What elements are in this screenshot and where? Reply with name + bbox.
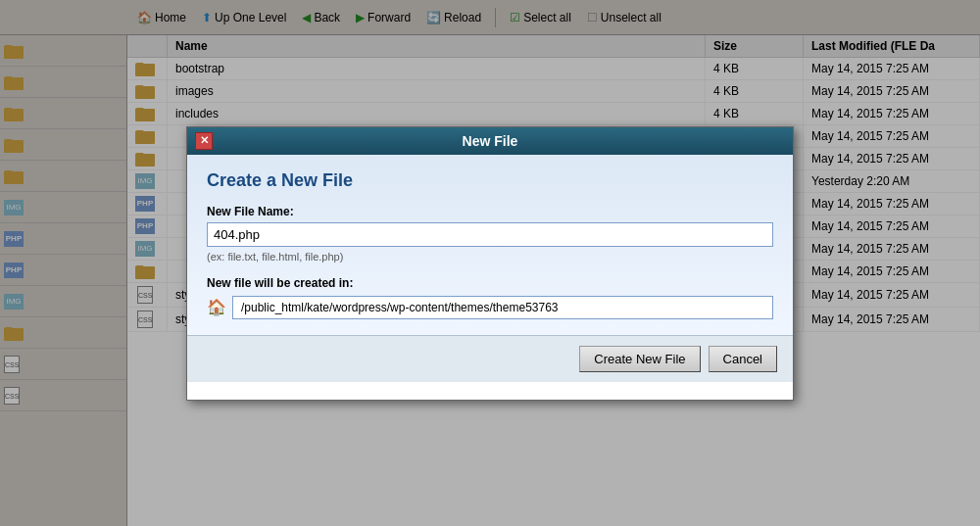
filename-label: New File Name: [207, 205, 773, 218]
location-label: New file will be created in: [207, 276, 773, 290]
modal-titlebar: ✕ New File [187, 127, 793, 155]
modal-body: Create a New File New File Name: (ex: fi… [187, 155, 793, 335]
create-new-file-button[interactable]: Create New File [579, 346, 700, 372]
filename-hint: (ex: file.txt, file.html, file.php) [207, 251, 773, 263]
modal-title: New File [463, 133, 518, 149]
cancel-button[interactable]: Cancel [709, 346, 777, 372]
modal-close-button[interactable]: ✕ [195, 132, 213, 150]
modal-heading: Create a New File [207, 170, 773, 191]
modal-footer: Create New File Cancel [187, 335, 793, 382]
modal-path-display: /public_html/kate/wordpress/wp-content/t… [232, 296, 773, 319]
filename-input[interactable] [207, 222, 773, 247]
modal-overlay: ✕ New File Create a New File New File Na… [0, 0, 980, 526]
home-path-icon: 🏠 [207, 298, 226, 316]
path-row: 🏠 /public_html/kate/wordpress/wp-content… [207, 296, 773, 319]
new-file-dialog: ✕ New File Create a New File New File Na… [186, 126, 794, 401]
